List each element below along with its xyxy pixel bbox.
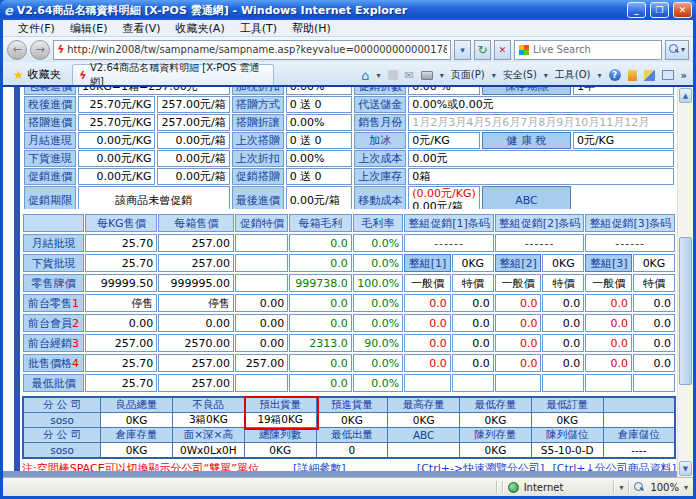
purchase-detail-table: 包裝進價 10KG=1箱=257.00元 加稅折扣 0.00% 促銷折數 0.0…	[22, 87, 676, 209]
page-menu-button[interactable]: 页面(P)	[451, 68, 485, 82]
home-icon[interactable]: ⌂	[361, 69, 369, 82]
shelf-slot-value: S5-10-0-D	[531, 443, 603, 458]
internet-zone-icon	[508, 482, 519, 493]
search-box	[514, 40, 662, 60]
feeds-icon[interactable]	[388, 70, 398, 80]
minimize-button[interactable]: _	[627, 2, 646, 18]
status-separator	[613, 481, 614, 493]
address-input[interactable]	[67, 44, 447, 55]
health-tax-button[interactable]: 健 康 稅	[482, 132, 571, 149]
row-index: 2	[72, 317, 79, 330]
search-dropdown-icon: ▾	[681, 45, 685, 54]
addon-icon-2[interactable]	[644, 70, 655, 81]
row-label: 批售價格	[28, 357, 72, 370]
group2-button[interactable]: 整組[2]	[495, 254, 542, 272]
menu-view[interactable]: 查看(V)	[115, 20, 167, 37]
home-dropdown-icon[interactable]: ▾	[377, 71, 381, 80]
protected-mode-dropdown-icon[interactable]: ▾	[619, 483, 623, 492]
print-dropdown-icon[interactable]: ▾	[440, 71, 444, 80]
address-box: ϟ	[53, 40, 451, 60]
browser-window: e V2.64商品名稱資料明細 [X-POS 雲通網] - Windows In…	[0, 0, 696, 499]
status-separator	[502, 481, 503, 493]
scrollbar-thumb[interactable]	[679, 237, 692, 385]
row-index: 1	[72, 297, 79, 310]
menu-file[interactable]: 文件(F)	[11, 20, 62, 37]
scroll-down-button[interactable]: ▼	[679, 461, 692, 476]
page-left-border	[14, 87, 20, 471]
tab-bar: ★ 收藏夹 ϟ V2.64商品名稱資料明細 [X-POS 雲通網] ⌂ ▾ ✉ …	[3, 62, 693, 85]
menu-help[interactable]: 帮助(H)	[285, 20, 338, 37]
shelf-life-button[interactable]: 保存期限	[482, 87, 571, 95]
detail-params-link[interactable]: [詳細參數]	[293, 461, 346, 472]
page-content: 包裝進價 10KG=1箱=257.00元 加稅折扣 0.00% 促銷折數 0.0…	[3, 85, 693, 477]
pre-out-qty-value: 19箱0KG	[244, 413, 316, 428]
status-bar: Internet ▾ 100% ▾	[3, 477, 693, 496]
abc-button[interactable]: ABC	[482, 186, 571, 209]
ctrl-branch-product-link[interactable]: [Ctrl+↓分公司商品資料]	[552, 461, 676, 472]
favorites-button[interactable]: ★ 收藏夹	[6, 65, 68, 84]
back-button[interactable]: ←	[7, 40, 27, 60]
magnifier-icon	[669, 44, 680, 55]
branch-data-row-2: soso 0KG 0Wx0Lx0H 0KG 0 0KG S5-10-0-D --…	[23, 443, 675, 458]
group1-button[interactable]: 整組[1]	[404, 254, 451, 272]
overflow-chevron[interactable]: »	[681, 70, 687, 81]
safety-menu-button[interactable]: 安全(S)	[503, 68, 537, 82]
stop-button[interactable]: ✕	[494, 40, 511, 60]
help-icon[interactable]: ?	[609, 69, 621, 81]
tab-favicon-icon: ϟ	[78, 70, 87, 81]
menu-favorites[interactable]: 收藏夹(A)	[169, 20, 232, 37]
row-label: 前台會員	[28, 317, 72, 330]
command-bar: ⌂ ▾ ✉ ▾ 页面(P) ▾ 安全(S) ▾ 工具(O) ▾ ? »	[361, 68, 690, 85]
price-row: 前台會員2 0.00 0.00 0.00 0.0 0.0% 0.0 0.0 0.…	[23, 314, 675, 332]
sales-months: 1月2月3月4月5月6月7月8月9月10月11月12月	[408, 114, 674, 131]
price-row: 零售牌價 99999.50 999995.00 999738.0 100.0% …	[23, 274, 675, 292]
safety-dropdown-icon[interactable]: ▾	[544, 71, 548, 80]
ctrl-browse-branch-link[interactable]: [Ctrl+->快速瀏覽分公司]	[417, 461, 545, 472]
group3-button[interactable]: 整組[3]	[585, 254, 632, 272]
menu-tools[interactable]: 工具(T)	[233, 20, 284, 37]
price-row: 批售價格4 25.70 257.00 257.00 0.0 0.0% 0.0 0…	[23, 354, 675, 372]
status-separator	[496, 481, 497, 493]
addon-icon-3[interactable]	[662, 70, 674, 80]
address-dropdown-button[interactable]: ▾	[454, 40, 471, 60]
zoom-dropdown-icon[interactable]: ▾	[684, 483, 688, 492]
star-icon: ★	[13, 69, 24, 81]
scroll-up-button[interactable]: ▲	[679, 88, 692, 103]
price-table: 每KG售價 每箱售價 促銷特價 每箱毛利 毛利率 整組促銷[1]条码 整組促銷[…	[22, 212, 676, 394]
mail-icon[interactable]: ✉	[405, 70, 414, 81]
row-promo-period: 促銷期限 該商品未曾促銷 最後進價 0.00元/箱 移動成本 (0.00元/KG…	[24, 186, 674, 209]
forward-button[interactable]: →	[30, 40, 50, 60]
refresh-button[interactable]: ↻	[474, 40, 491, 60]
page-bottom-border	[3, 471, 677, 477]
vertical-scrollbar[interactable]: ▲ ▼	[677, 87, 693, 477]
maximize-button[interactable]: ❐	[650, 2, 669, 18]
menu-bar: 文件(F) 编辑(E) 查看(V) 收藏夹(A) 工具(T) 帮助(H)	[3, 20, 693, 37]
row-pack-price: 包裝進價 10KG=1箱=257.00元 加稅折扣 0.00% 促銷折數 0.0…	[24, 87, 674, 95]
price-header-row: 每KG售價 每箱售價 促銷特價 每箱毛利 毛利率 整組促銷[1]条码 整組促銷[…	[23, 214, 675, 232]
tax-discount-label: 加稅折扣	[232, 87, 284, 95]
row-label: 包裝進價	[24, 87, 76, 95]
price-row: 月結批現 25.70 257.00 0.0 0.0% ------ ------…	[23, 234, 675, 252]
row-promo-purchase: 促銷進價 0.00元/KG 0.00元/箱 促銷搭贈 0 送 0 上次庫存 0箱	[24, 168, 674, 185]
menu-edit[interactable]: 编辑(E)	[63, 20, 115, 37]
tab-active[interactable]: ϟ V2.64商品名稱資料明細 [X-POS 雲通網]	[72, 64, 274, 85]
footnote: 注:空間棒SPACE可以切換顯示分公司“雙單”單位 [詳細參數] [Ctrl+-…	[22, 461, 676, 472]
moving-cost-kg: (0.00元/KG)	[412, 187, 476, 200]
branch-name: soso	[23, 443, 101, 458]
moving-cost-box: 0.00元/箱	[412, 200, 476, 209]
price-row: 最低批價 25.70 257.00 0.0 0.0%	[23, 374, 675, 392]
page-favicon-icon: ϟ	[56, 44, 65, 55]
window-title: V2.64商品名稱資料明細 [X-POS 雲通網] - Windows Inte…	[17, 3, 623, 18]
search-go-button[interactable]: ▾	[665, 40, 689, 60]
print-icon[interactable]	[421, 71, 433, 80]
tools-dropdown-icon[interactable]: ▾	[598, 71, 602, 80]
branch-table-wrap: 分 公 司 良品總量 不良品 預出貨量 預進貨量 最高存量 最低存量 最低訂量 …	[22, 396, 676, 459]
tools-menu-button[interactable]: 工具(O)	[555, 68, 591, 82]
close-button[interactable]: ✕	[673, 2, 692, 18]
branch-table: 分 公 司 良品總量 不良品 預出貨量 預進貨量 最高存量 最低存量 最低訂量 …	[22, 396, 676, 459]
address-bar: ← → ϟ ▾ ↻ ✕ ▾	[3, 37, 693, 62]
search-input[interactable]	[533, 44, 657, 55]
page-dropdown-icon[interactable]: ▾	[492, 71, 496, 80]
addon-icon-1[interactable]	[628, 70, 637, 81]
promo-status: 該商品未曾促銷	[78, 186, 230, 209]
